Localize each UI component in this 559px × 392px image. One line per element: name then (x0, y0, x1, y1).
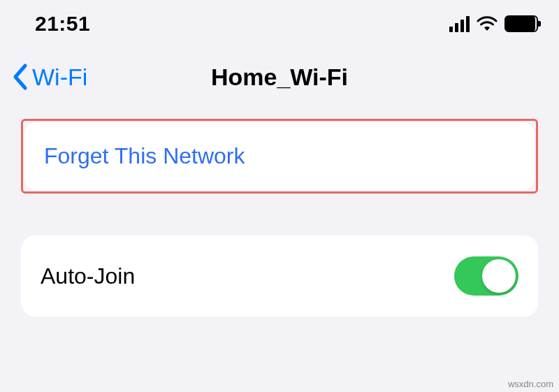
battery-icon (504, 15, 538, 32)
auto-join-toggle[interactable] (454, 256, 518, 296)
back-button[interactable]: Wi-Fi (11, 63, 87, 91)
auto-join-row: Auto-Join (21, 235, 538, 317)
auto-join-label: Auto-Join (41, 263, 135, 289)
forget-network-label: Forget This Network (44, 143, 245, 169)
forget-highlight: Forget This Network (21, 119, 538, 194)
chevron-left-icon (11, 63, 31, 91)
cellular-signal-icon (449, 16, 470, 32)
status-bar: 21:51 (0, 0, 559, 42)
navigation-bar: Wi-Fi Home_Wi-Fi (0, 42, 559, 119)
back-label: Wi-Fi (32, 64, 87, 91)
page-title: Home_Wi-Fi (211, 64, 348, 91)
status-time: 21:51 (35, 12, 90, 36)
watermark: wsxdn.com (508, 379, 553, 389)
status-indicators (449, 15, 538, 32)
forget-network-row[interactable]: Forget This Network (24, 122, 535, 190)
wifi-icon (477, 16, 498, 31)
